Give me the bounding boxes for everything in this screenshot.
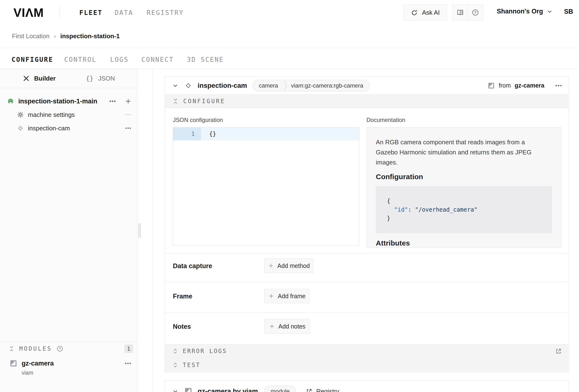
doc-description-line: An RGB camera component that reads image… [376,137,552,147]
add-frame-button[interactable]: Add frame [264,289,309,303]
panel-divider [152,69,153,392]
doc-description-line: images. [376,157,552,167]
breadcrumb-location[interactable]: First Location [12,32,50,40]
doc-code-colon: : [408,206,415,213]
component-diamond-icon [184,81,192,90]
main-part-name: inspection-station-1-main [18,98,105,105]
breadcrumb-separator: › [54,32,56,40]
inspection-cam-label: inspection-cam [28,125,121,132]
chevron-down-icon [546,8,553,15]
test-unfold-icon [172,362,178,368]
builder-tools-icon [23,75,30,82]
add-notes-label: Add notes [279,323,306,330]
builder-json-toggle: Builder {} JSON [0,69,137,88]
module-org: viam [22,370,132,376]
registry-link[interactable]: Registry [316,388,339,392]
nav-tab-registry[interactable]: REGISTRY [147,9,184,16]
config-sidebar: Builder {} JSON inspection-station-1-mai… [0,69,138,392]
module-type-pill: module [264,386,296,392]
error-logs-bar[interactable]: ERROR LOGS [165,344,569,358]
page-tabs: CONFIGURE CONTROL LOGS CONNECT 3D SCENE [0,48,579,69]
json-config-label: JSON configuration [173,117,223,123]
add-component-icon[interactable] [125,98,132,105]
ask-ai-icon [410,9,418,16]
documentation-panel[interactable]: An RGB camera component that reads image… [366,127,562,248]
top-navbar: VIΛM FLEET DATA REGISTRY Ask AI Shannon'… [0,0,579,25]
doc-code-key: "id" [394,206,408,213]
pill-separator [284,80,288,91]
json-config-editor[interactable]: 1 {} [173,127,359,245]
add-frame-label: Add frame [278,293,305,300]
modules-help-icon[interactable] [56,345,64,352]
modules-divider [0,341,137,342]
data-capture-label: Data capture [173,262,212,270]
tab-configure[interactable]: CONFIGURE [11,56,53,63]
nav-tab-fleet[interactable]: FLEET [79,9,102,16]
section-divider [165,253,569,253]
component-source: from gz-camera [488,81,563,90]
plus-icon [268,293,274,299]
machine-settings-menu-icon[interactable] [125,111,132,118]
json-label: JSON [98,75,115,82]
error-logs-external-link-icon[interactable] [555,347,562,355]
sidebar-resize-handle[interactable] [139,223,139,237]
component-name: inspection-cam [198,82,247,89]
editor-line-number: 1 [173,127,201,141]
tab-control[interactable]: CONTROL [64,56,97,63]
add-method-button[interactable]: Add method [264,258,313,273]
doc-configuration-heading: Configuration [376,173,552,181]
error-logs-unfold-icon [172,348,178,354]
inspection-cam-menu-icon[interactable] [125,125,132,132]
module-name: gz-camera [22,360,120,367]
module-icon [184,387,192,392]
notes-label: Notes [173,323,191,330]
component-diamond-icon [17,125,24,132]
tab-logs[interactable]: LOGS [110,56,129,63]
nav-divider [60,7,60,17]
tree-item-main-part[interactable]: inspection-station-1-main [7,94,132,108]
doc-code-block: { "id": "/overhead_camera" } [376,186,552,233]
doc-code-open: { [387,197,541,205]
tree-item-inspection-cam[interactable]: inspection-cam [17,122,132,134]
machine-bar: First Location › inspection-station-1 Li… [0,24,579,48]
ask-ai-button[interactable]: Ask AI [403,4,447,21]
help-button[interactable] [467,4,483,21]
ask-ai-label: Ask AI [422,9,440,16]
avatar[interactable]: SB [564,8,573,15]
configure-fold-icon [172,98,179,105]
collapse-chevron-icon[interactable] [172,388,179,392]
doc-code-id-line: "id": "/overhead_camera" [387,205,541,214]
modules-collapse-icon[interactable] [8,345,15,352]
builder-mode-toggle[interactable]: Builder [23,69,56,88]
module-menu-icon[interactable] [124,360,132,367]
component-menu-icon[interactable] [555,81,563,90]
org-switcher[interactable]: Shannon's Org [497,8,553,15]
component-type-pill: camera viam:gz-camera:rgb-camera [253,80,369,91]
docs-button[interactable] [452,4,468,21]
json-mode-toggle[interactable]: {} JSON [86,69,115,88]
doc-code-value: "/overhead_camera" [415,206,478,213]
documentation-label: Documentation [366,117,405,123]
org-name: Shannon's Org [497,8,543,15]
tree-item-machine-settings[interactable]: machine settings [17,108,132,121]
modules-count-badge: 1 [124,344,133,353]
module-list-item[interactable]: gz-camera viam [10,360,132,376]
configure-section-bar[interactable]: CONFIGURE [165,94,569,108]
modules-label: MODULES [19,345,52,352]
editor-code-line: {} [201,127,359,141]
module-icon [488,82,495,89]
test-bar[interactable]: TEST [165,358,569,372]
sidebar-resize-handle[interactable] [140,223,141,237]
viam-logo[interactable]: VIΛM [13,6,44,20]
add-notes-button[interactable]: Add notes [264,319,310,333]
test-label: TEST [183,362,201,368]
main-part-menu-icon[interactable] [109,97,116,105]
machine-settings-label: machine settings [28,111,121,119]
error-logs-label: ERROR LOGS [183,348,227,354]
tab-connect[interactable]: CONNECT [141,56,174,63]
module-card-header: gz-camera by viam module Registry [165,384,569,392]
component-model: viam:gz-camera:rgb-camera [288,82,369,89]
collapse-chevron-icon[interactable] [172,82,179,89]
nav-tab-data[interactable]: DATA [115,9,133,16]
tab-3d-scene[interactable]: 3D SCENE [187,56,224,63]
